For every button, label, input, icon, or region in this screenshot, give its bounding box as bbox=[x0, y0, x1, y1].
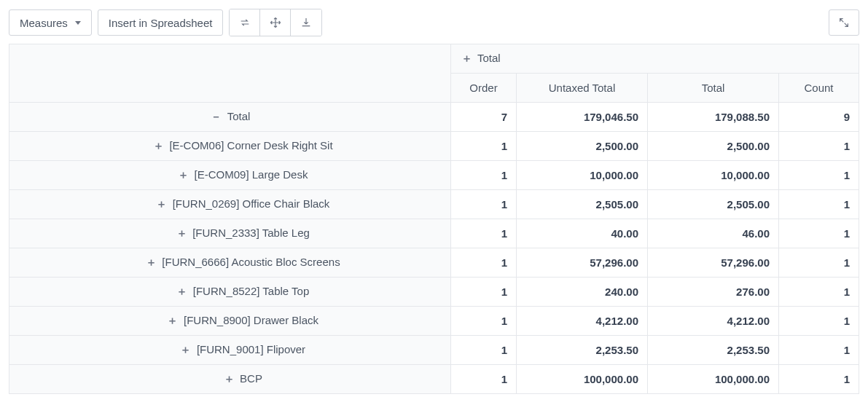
table-row: ＋[FURN_0269] Office Chair Black12,505.00… bbox=[9, 190, 859, 219]
plus-icon: ＋ bbox=[460, 52, 473, 66]
grand-total: 179,088.50 bbox=[648, 103, 779, 132]
cell-untaxed: 100,000.00 bbox=[517, 365, 648, 394]
plus-icon[interactable]: ＋ bbox=[166, 314, 179, 328]
cell-order: 1 bbox=[451, 219, 517, 248]
table-row: ＋[FURN_8522] Table Top1240.00276.001 bbox=[9, 278, 859, 307]
cell-count: 1 bbox=[779, 190, 859, 219]
cell-count: 1 bbox=[779, 161, 859, 190]
grand-total-row: －Total 7 179,046.50 179,088.50 9 bbox=[9, 103, 859, 132]
grand-total-label: Total bbox=[227, 110, 251, 122]
cell-order: 1 bbox=[451, 278, 517, 307]
table-row: ＋[E-COM06] Corner Desk Right Sit12,500.0… bbox=[9, 132, 859, 161]
cell-untaxed: 2,505.00 bbox=[517, 190, 648, 219]
row-label-cell[interactable]: ＋[E-COM09] Large Desk bbox=[9, 161, 451, 190]
row-label-cell[interactable]: ＋BCP bbox=[9, 365, 451, 394]
download-button[interactable] bbox=[291, 9, 321, 36]
cell-order: 1 bbox=[451, 336, 517, 365]
cell-order: 1 bbox=[451, 307, 517, 336]
measures-label: Measures bbox=[20, 17, 68, 29]
row-label-cell[interactable]: ＋[FURN_0269] Office Chair Black bbox=[9, 190, 451, 219]
cell-order: 1 bbox=[451, 248, 517, 278]
row-label: [E-COM06] Corner Desk Right Sit bbox=[169, 139, 332, 152]
row-label: [FURN_9001] Flipover bbox=[197, 343, 305, 355]
row-label-cell[interactable]: ＋[FURN_8522] Table Top bbox=[9, 278, 451, 307]
cell-untaxed: 40.00 bbox=[517, 219, 648, 248]
plus-icon[interactable]: ＋ bbox=[222, 372, 235, 386]
plus-icon[interactable]: ＋ bbox=[144, 256, 157, 270]
row-label-cell[interactable]: ＋[FURN_2333] Table Leg bbox=[9, 219, 451, 248]
row-label: [FURN_2333] Table Leg bbox=[192, 227, 310, 239]
header-group-row: ＋Total bbox=[9, 44, 859, 74]
pivot-actions-group bbox=[229, 9, 322, 36]
row-label: [FURN_0269] Office Chair Black bbox=[173, 197, 330, 210]
table-row: ＋BCP1100,000.00100,000.001 bbox=[9, 365, 859, 394]
cell-order: 1 bbox=[451, 365, 517, 394]
plus-icon[interactable]: ＋ bbox=[175, 227, 188, 240]
cell-count: 1 bbox=[779, 307, 859, 336]
row-label-cell[interactable]: ＋[FURN_6666] Acoustic Bloc Screens bbox=[9, 248, 451, 278]
col-total[interactable]: Total bbox=[648, 74, 779, 103]
cell-total: 57,296.00 bbox=[648, 248, 779, 278]
cell-total: 2,500.00 bbox=[648, 132, 779, 161]
grand-count: 9 bbox=[779, 103, 859, 132]
cell-untaxed: 10,000.00 bbox=[517, 161, 648, 190]
row-label: BCP bbox=[240, 372, 262, 385]
cell-total: 10,000.00 bbox=[648, 161, 779, 190]
cell-count: 1 bbox=[779, 248, 859, 278]
cell-untaxed: 2,500.00 bbox=[517, 132, 648, 161]
flip-axis-button[interactable] bbox=[230, 9, 260, 36]
cell-count: 1 bbox=[779, 219, 859, 248]
cell-total: 2,505.00 bbox=[648, 190, 779, 219]
cell-total: 276.00 bbox=[648, 278, 779, 307]
column-total-header[interactable]: ＋Total bbox=[451, 44, 859, 74]
cell-count: 1 bbox=[779, 336, 859, 365]
plus-icon[interactable]: ＋ bbox=[177, 168, 190, 182]
table-row: ＋[E-COM09] Large Desk110,000.0010,000.00… bbox=[9, 161, 859, 190]
plus-icon[interactable]: ＋ bbox=[176, 285, 189, 299]
row-label: [FURN_6666] Acoustic Bloc Screens bbox=[162, 256, 340, 268]
cell-count: 1 bbox=[779, 365, 859, 394]
measures-button[interactable]: Measures bbox=[9, 9, 92, 36]
download-icon bbox=[300, 17, 312, 28]
row-label-cell[interactable]: ＋[FURN_9001] Flipover bbox=[9, 336, 451, 365]
grand-total-label-cell[interactable]: －Total bbox=[9, 103, 451, 132]
expand-all-button[interactable] bbox=[260, 9, 291, 36]
swap-icon bbox=[239, 17, 251, 28]
cell-untaxed: 4,212.00 bbox=[517, 307, 648, 336]
table-row: ＋[FURN_6666] Acoustic Bloc Screens157,29… bbox=[9, 248, 859, 278]
fullscreen-button[interactable] bbox=[829, 9, 859, 36]
table-row: ＋[FURN_9001] Flipover12,253.502,253.501 bbox=[9, 336, 859, 365]
col-order[interactable]: Order bbox=[451, 74, 517, 103]
table-row: ＋[FURN_8900] Drawer Black14,212.004,212.… bbox=[9, 307, 859, 336]
insert-label: Insert in Spreadsheet bbox=[109, 17, 213, 29]
minus-icon[interactable]: － bbox=[210, 110, 223, 124]
toolbar: Measures Insert in Spreadsheet bbox=[9, 9, 859, 36]
cell-untaxed: 2,253.50 bbox=[517, 336, 648, 365]
table-row: ＋[FURN_2333] Table Leg140.0046.001 bbox=[9, 219, 859, 248]
plus-icon[interactable]: ＋ bbox=[179, 343, 192, 357]
plus-icon[interactable]: ＋ bbox=[155, 197, 168, 211]
cell-order: 1 bbox=[451, 190, 517, 219]
grand-untaxed: 179,046.50 bbox=[517, 103, 648, 132]
cell-order: 1 bbox=[451, 161, 517, 190]
row-label-cell[interactable]: ＋[E-COM06] Corner Desk Right Sit bbox=[9, 132, 451, 161]
cell-count: 1 bbox=[779, 132, 859, 161]
plus-icon[interactable]: ＋ bbox=[152, 139, 165, 153]
row-label-cell[interactable]: ＋[FURN_8900] Drawer Black bbox=[9, 307, 451, 336]
expand-icon bbox=[838, 17, 850, 28]
pivot-table: ＋Total Order Untaxed Total Total Count －… bbox=[9, 44, 859, 394]
grand-order: 7 bbox=[451, 103, 517, 132]
insert-spreadsheet-button[interactable]: Insert in Spreadsheet bbox=[98, 9, 224, 36]
cell-untaxed: 57,296.00 bbox=[517, 248, 648, 278]
corner-cell bbox=[9, 44, 451, 103]
cell-total: 4,212.00 bbox=[648, 307, 779, 336]
chevron-down-icon bbox=[75, 21, 81, 25]
row-label: [E-COM09] Large Desk bbox=[195, 168, 308, 181]
cell-total: 46.00 bbox=[648, 219, 779, 248]
row-label: [FURN_8522] Table Top bbox=[193, 285, 310, 297]
col-count[interactable]: Count bbox=[779, 74, 859, 103]
cell-untaxed: 240.00 bbox=[517, 278, 648, 307]
cell-total: 2,253.50 bbox=[648, 336, 779, 365]
cell-total: 100,000.00 bbox=[648, 365, 779, 394]
col-untaxed[interactable]: Untaxed Total bbox=[517, 74, 648, 103]
